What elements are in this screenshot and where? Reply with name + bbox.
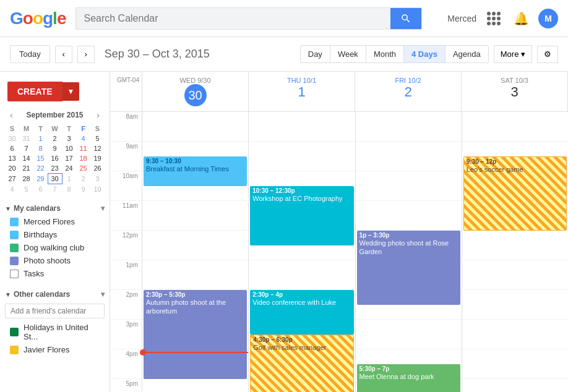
dog-walking-dot — [10, 244, 19, 252]
mini-cal-day[interactable]: 19 — [90, 153, 105, 163]
next-button[interactable]: › — [77, 46, 95, 63]
mini-cal-day[interactable]: 1 — [62, 174, 76, 184]
mini-cal-day[interactable]: 9 — [76, 184, 90, 195]
mini-cal-day[interactable]: 11 — [76, 143, 90, 153]
other-calendars-label: Other calendars — [14, 290, 70, 299]
mini-cal-day[interactable]: 5 — [19, 184, 33, 195]
view-day[interactable]: Day — [301, 46, 330, 62]
mini-cal-day[interactable]: 2 — [76, 174, 90, 184]
create-dropdown-button[interactable]: ▼ — [62, 82, 80, 101]
mini-cal-day[interactable]: 8 — [33, 143, 48, 153]
other-cal-more[interactable]: ▾ — [101, 290, 105, 299]
event-workshop-time: 10:30 – 12:30p — [252, 187, 351, 194]
mini-cal-day[interactable]: 14 — [19, 153, 33, 163]
col-header-fri: FRI 10/2 2 — [355, 72, 462, 111]
mini-cal-day[interactable]: 6 — [5, 143, 19, 153]
cal-item-tasks[interactable]: Tasks — [0, 267, 110, 280]
mini-cal-day[interactable]: 4 — [5, 184, 19, 195]
add-friend-input[interactable] — [5, 304, 105, 318]
mini-cal-day[interactable]: 31 — [19, 134, 33, 143]
mini-cal-day[interactable]: 2 — [48, 134, 62, 143]
cal-item-dog-walking[interactable]: Dog walking club — [0, 241, 110, 254]
mini-cal-day[interactable]: 7 — [19, 143, 33, 153]
view-agenda[interactable]: Agenda — [445, 46, 488, 62]
mini-cal-day[interactable]: 16 — [48, 153, 62, 163]
cal-item-merced[interactable]: Merced Flores — [0, 215, 110, 228]
mini-cal-prev[interactable]: ‹ — [7, 109, 15, 121]
view-4days[interactable]: 4 Days — [404, 46, 445, 62]
mini-cal-day[interactable]: 10 — [62, 143, 76, 153]
mini-cal-day[interactable]: 30 — [48, 174, 62, 184]
apps-button[interactable] — [484, 9, 504, 28]
calendar-grid: GMT-04 WED 9/30 30 THU 10/1 1 FRI 10/2 2… — [110, 72, 568, 392]
date-range: Sep 30 – Oct 3, 2015 — [105, 48, 290, 61]
cal-item-javier[interactable]: Javier Flores — [0, 343, 110, 356]
mini-cal-day[interactable]: 18 — [76, 153, 90, 163]
mini-cal-day[interactable]: 9 — [48, 143, 62, 153]
event-workshop-title: Workshop at EC Photography — [252, 194, 351, 203]
mini-cal-day[interactable]: 7 — [48, 184, 62, 195]
more-button[interactable]: More ▾ — [494, 45, 532, 63]
settings-button[interactable]: ⚙ — [537, 46, 558, 63]
mini-calendar: ‹ September 2015 › S M T W T F S — [0, 109, 110, 194]
event-autumn-shoot[interactable]: 2:30p – 5:30p Autumn photo shoot at the … — [144, 290, 247, 379]
mini-cal-day[interactable]: 28 — [19, 174, 33, 184]
tasks-checkbox[interactable] — [10, 270, 19, 278]
mini-cal-next[interactable]: › — [94, 109, 102, 121]
day-header-s2: S — [90, 124, 105, 134]
event-workshop[interactable]: 10:30 – 12:30p Workshop at EC Photograph… — [250, 186, 353, 245]
event-breakfast[interactable]: 9:30 – 10:30 Breakfast at Morning Times — [144, 156, 247, 186]
cal-item-birthdays[interactable]: Birthdays — [0, 228, 110, 241]
mini-cal-day[interactable]: 30 — [5, 134, 19, 143]
mini-cal-day[interactable]: 3 — [90, 174, 105, 184]
cal-item-photo-shoots[interactable]: Photo shoots — [0, 254, 110, 267]
mini-cal-day[interactable]: 25 — [76, 163, 90, 174]
avatar[interactable]: M — [538, 9, 558, 28]
mini-cal-day[interactable]: 13 — [5, 153, 19, 163]
event-olenna[interactable]: 5:30p – 7p Meet Olenna at dog park — [357, 364, 460, 392]
cal-item-holidays[interactable]: Holidays in United St... — [0, 321, 110, 343]
search-input[interactable] — [76, 8, 390, 29]
view-month[interactable]: Month — [366, 46, 404, 62]
event-soccer-title: Leo's soccer game — [467, 165, 564, 174]
mini-cal-day[interactable]: 1 — [33, 134, 48, 143]
event-soccer[interactable]: 9:30 – 12p Leo's soccer game — [463, 156, 567, 231]
view-week[interactable]: Week — [330, 46, 366, 62]
mini-cal-day[interactable]: 10 — [90, 184, 105, 195]
time-10am: 10am — [110, 171, 142, 201]
mini-cal-day[interactable]: 4 — [76, 134, 90, 143]
mini-cal-day[interactable]: 29 — [33, 174, 48, 184]
prev-button[interactable]: ‹ — [55, 46, 72, 63]
mini-cal-day[interactable]: 3 — [62, 134, 76, 143]
mini-cal-day[interactable]: 8 — [62, 184, 76, 195]
mini-cal-day[interactable]: 20 — [5, 163, 19, 174]
mini-cal-day[interactable]: 6 — [33, 184, 48, 195]
create-main-button[interactable]: CREATE — [7, 82, 62, 101]
mini-cal-day[interactable]: 24 — [62, 163, 76, 174]
my-calendars-header[interactable]: ▼ My calendars ▾ — [0, 202, 110, 215]
search-bar — [75, 7, 422, 30]
mini-cal-day[interactable]: 21 — [19, 163, 33, 174]
mini-cal-day[interactable]: 27 — [5, 174, 19, 184]
cal-body: 8am 9am 10am 11am 12pm 1pm 2pm 3pm 4pm 5… — [110, 112, 568, 392]
search-button[interactable] — [390, 8, 421, 29]
mini-cal-day[interactable]: 12 — [90, 143, 105, 153]
other-calendars-header[interactable]: ▼ Other calendars ▾ — [0, 288, 110, 301]
fri-day-num: 2 — [358, 84, 458, 100]
top-right-actions: Merced 🔔 M — [447, 9, 558, 28]
mini-cal-day[interactable]: 5 — [90, 134, 105, 143]
my-cal-more[interactable]: ▾ — [101, 204, 105, 213]
event-video-conf[interactable]: 2:30p – 4p Video conference with Luke — [250, 290, 353, 334]
main-layout: CREATE ▼ ‹ September 2015 › S M T W T F — [0, 72, 568, 392]
mini-cal-day[interactable]: 23 — [48, 163, 62, 174]
mini-cal-title[interactable]: September 2015 — [26, 111, 83, 119]
mini-cal-day[interactable]: 15 — [33, 153, 48, 163]
today-button[interactable]: Today — [10, 45, 50, 63]
mini-cal-day[interactable]: 22 — [33, 163, 48, 174]
event-golf-title: Golf with sales manager — [253, 343, 350, 352]
event-wedding-shoot[interactable]: 1p – 3:30p Wedding photo shoot at Rose G… — [357, 231, 460, 305]
event-golf[interactable]: 4:30p – 6:30p Golf with sales manager — [250, 334, 353, 392]
mini-cal-day[interactable]: 26 — [90, 163, 105, 174]
mini-cal-day[interactable]: 17 — [62, 153, 76, 163]
notifications-button[interactable]: 🔔 — [511, 9, 531, 28]
